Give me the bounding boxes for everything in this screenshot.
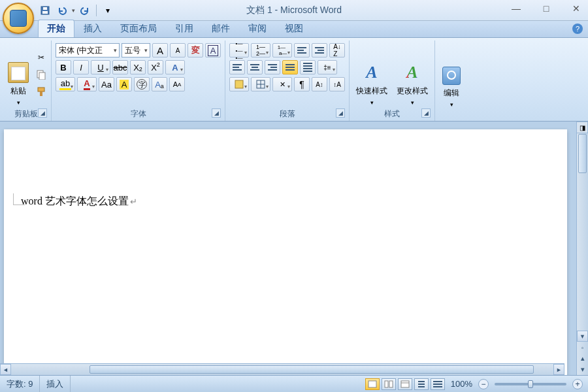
qat-customize-dropdown[interactable]: ▾	[101, 3, 115, 18]
asian-layout-button[interactable]: AA	[169, 77, 185, 91]
align-left-button[interactable]	[229, 60, 245, 74]
show-marks-button[interactable]: ¶	[294, 77, 310, 91]
svg-rect-1	[42, 11, 48, 14]
document-area: word 艺术字体怎么设置↵ ◄ ► ▲ ▼ ◦ ▴ ▾	[0, 122, 588, 375]
zoom-level[interactable]: 100%	[451, 379, 472, 389]
tab-home[interactable]: 开始	[38, 20, 74, 37]
paragraph-launcher[interactable]: ◢	[336, 108, 345, 118]
strikethrough-button[interactable]: abc	[112, 60, 128, 74]
multilevel-button[interactable]: 1— a—	[272, 43, 292, 57]
redo-button[interactable]	[78, 3, 92, 18]
draft-view-button[interactable]	[431, 378, 445, 390]
zoom-slider[interactable]	[495, 383, 566, 385]
outline-view-button[interactable]	[414, 378, 429, 390]
sort-button[interactable]: A↓Z	[329, 43, 345, 57]
svg-rect-5	[38, 88, 44, 91]
change-case-button[interactable]: Aa	[99, 77, 114, 91]
borders-button[interactable]	[251, 77, 270, 91]
help-button[interactable]: ?	[572, 24, 583, 34]
paste-button[interactable]: 粘贴 ▾	[4, 42, 33, 107]
editing-button[interactable]: 编辑 ▾	[438, 42, 465, 109]
shading-button[interactable]	[229, 77, 249, 91]
clipboard-launcher[interactable]: ◢	[38, 108, 47, 118]
char-shading-button[interactable]: A	[116, 77, 132, 91]
text-effects-button[interactable]: A	[165, 60, 185, 74]
office-button[interactable]	[3, 3, 34, 34]
prev-page-button[interactable]: ▴	[577, 353, 588, 364]
svg-rect-6	[40, 91, 42, 96]
quick-styles-button[interactable]: A 快速样式 ▾	[352, 42, 391, 107]
web-layout-view-button[interactable]	[398, 378, 412, 390]
next-page-button[interactable]: ▾	[577, 364, 588, 375]
font-color-button[interactable]: A	[77, 77, 97, 91]
font-name-combo[interactable]: 宋体 (中文正	[56, 43, 120, 57]
insert-mode[interactable]: 插入	[40, 376, 71, 392]
document-scroll[interactable]: word 艺术字体怎么设置↵ ◄ ►	[0, 122, 576, 375]
copy-button[interactable]	[34, 67, 48, 82]
highlight-button[interactable]: ab	[56, 77, 75, 91]
document-page[interactable]: word 艺术字体怎么设置↵	[4, 129, 567, 375]
svg-rect-7	[235, 80, 243, 88]
change-styles-icon: A	[400, 62, 424, 83]
maximize-button[interactable]: □	[537, 1, 555, 16]
change-styles-button[interactable]: A 更改样式 ▾	[393, 42, 432, 107]
scroll-right-button[interactable]: ►	[553, 364, 564, 375]
bold-button[interactable]: B	[56, 60, 71, 74]
format-painter-button[interactable]	[34, 84, 48, 99]
font-launcher[interactable]: ◢	[212, 108, 221, 118]
hscroll-thumb[interactable]	[90, 365, 534, 374]
bullets-button[interactable]: •—•—•—	[229, 43, 249, 57]
scroll-down-button[interactable]: ▼	[577, 331, 588, 342]
word-count[interactable]: 字数: 9	[0, 376, 40, 392]
zoom-in-button[interactable]: +	[572, 379, 583, 389]
styles-launcher[interactable]: ◢	[421, 108, 431, 118]
shrink-font-button[interactable]: A	[170, 43, 186, 57]
text-direction-button[interactable]: ↕A	[329, 77, 345, 91]
line-spacing-button[interactable]: ‡≡	[318, 60, 337, 74]
group-paragraph: •—•—•— 1—2— 1— a— A↓Z ‡≡	[225, 41, 350, 121]
align-center-button[interactable]	[247, 60, 263, 74]
italic-button[interactable]: I	[73, 60, 89, 74]
underline-button[interactable]: U	[91, 60, 110, 74]
char-border-button[interactable]: A	[205, 43, 221, 57]
phonetic-guide-button[interactable]: 変	[188, 43, 203, 57]
ribbon: 粘贴 ▾ ✂ 剪贴板◢ 宋体 (中文正 五号 A A 変 A	[0, 38, 588, 122]
close-button[interactable]: ✕	[567, 1, 585, 16]
save-button[interactable]	[38, 3, 52, 18]
tab-page-layout[interactable]: 页面布局	[111, 20, 166, 37]
tab-references[interactable]: 引用	[166, 20, 203, 37]
zoom-out-button[interactable]: −	[478, 379, 489, 389]
vscroll-thumb[interactable]	[578, 134, 587, 173]
snap-grid-button[interactable]: A↕	[312, 77, 327, 91]
document-text[interactable]: word 艺术字体怎么设置	[21, 195, 129, 206]
print-layout-view-button[interactable]	[365, 378, 380, 390]
browse-object-button[interactable]: ◦	[577, 342, 588, 353]
distributed-button[interactable]	[300, 60, 316, 74]
align-justify-button[interactable]	[282, 60, 298, 74]
cut-button[interactable]: ✂	[34, 50, 48, 65]
zoom-handle[interactable]	[528, 380, 533, 388]
asian-text-button[interactable]: ✕	[272, 77, 292, 91]
undo-button[interactable]	[55, 3, 69, 18]
minimize-button[interactable]: —	[507, 1, 525, 16]
vertical-scrollbar[interactable]: ▲ ▼ ◦ ▴ ▾	[576, 122, 588, 375]
align-right-button[interactable]	[265, 60, 280, 74]
full-screen-view-button[interactable]	[382, 378, 396, 390]
grow-font-button[interactable]: A	[152, 43, 168, 57]
font-size-combo[interactable]: 五号	[122, 43, 150, 57]
horizontal-scrollbar[interactable]: ◄ ►	[0, 363, 564, 375]
tab-insert[interactable]: 插入	[74, 20, 111, 37]
superscript-button[interactable]: X2	[148, 60, 163, 74]
tab-mailings[interactable]: 邮件	[203, 20, 239, 37]
increase-indent-button[interactable]	[312, 43, 327, 57]
tab-review[interactable]: 审阅	[239, 20, 276, 37]
subscript-button[interactable]: X2	[130, 60, 146, 74]
decrease-indent-button[interactable]	[294, 43, 310, 57]
ruler-toggle-button[interactable]: ◨	[576, 122, 588, 133]
clear-formatting-button[interactable]: Aa	[152, 77, 167, 91]
enclose-chars-button[interactable]: 字	[134, 77, 150, 91]
scroll-left-button[interactable]: ◄	[0, 364, 11, 375]
tab-view[interactable]: 视图	[276, 20, 312, 37]
numbering-button[interactable]: 1—2—	[251, 43, 270, 57]
group-clipboard: 粘贴 ▾ ✂ 剪贴板◢	[1, 41, 52, 121]
